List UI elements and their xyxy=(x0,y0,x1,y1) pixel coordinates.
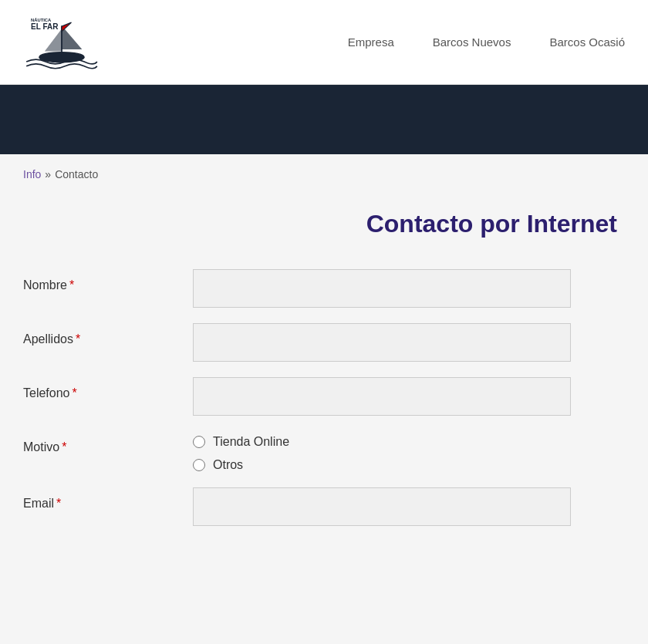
motivo-radio-tienda-online[interactable] xyxy=(193,436,205,448)
apellidos-label: Apellidos* xyxy=(23,323,193,346)
telefono-label: Telefono* xyxy=(23,377,193,400)
nombre-required-star: * xyxy=(69,278,74,292)
svg-text:EL FAR: EL FAR xyxy=(31,22,59,30)
motivo-radio-group: Tienda Online Otros xyxy=(193,431,571,472)
nav-item-barcos-ocasion[interactable]: Barcos Ocasió xyxy=(549,35,625,49)
nombre-row: Nombre* xyxy=(23,269,625,308)
motivo-radio-otros[interactable] xyxy=(193,459,205,471)
motivo-otros-label: Otros xyxy=(213,458,243,472)
nombre-input[interactable] xyxy=(193,269,571,308)
breadcrumb-separator: » xyxy=(45,168,51,180)
telefono-input[interactable] xyxy=(193,377,571,416)
nombre-label: Nombre* xyxy=(23,269,193,292)
breadcrumb: Info » Contacto xyxy=(0,154,648,194)
nav-menu: Empresa Barcos Nuevos Barcos Ocasió xyxy=(348,35,625,49)
logo-image: NÁUTICA EL FAR xyxy=(23,12,100,73)
main-content: Contacto por Internet Nombre* Apellidos*… xyxy=(0,194,648,572)
email-required-star: * xyxy=(56,497,61,510)
motivo-option-tienda-online[interactable]: Tienda Online xyxy=(193,435,571,449)
email-input[interactable] xyxy=(193,487,571,526)
motivo-option-otros[interactable]: Otros xyxy=(193,458,571,472)
logo-area: NÁUTICA EL FAR xyxy=(23,12,100,73)
motivo-label: Motivo* xyxy=(23,431,193,454)
svg-text:NÁUTICA: NÁUTICA xyxy=(31,17,52,22)
email-label: Email* xyxy=(23,487,193,511)
motivo-row: Motivo* Tienda Online Otros xyxy=(23,431,625,472)
nav-item-empresa[interactable]: Empresa xyxy=(348,35,394,49)
apellidos-required-star: * xyxy=(76,332,80,346)
apellidos-row: Apellidos* xyxy=(23,323,625,362)
telefono-row: Telefono* xyxy=(23,377,625,416)
email-row: Email* xyxy=(23,487,625,526)
header: NÁUTICA EL FAR Empresa Barcos Nuevos Bar… xyxy=(0,0,648,85)
nav-item-barcos-nuevos[interactable]: Barcos Nuevos xyxy=(433,35,511,49)
telefono-required-star: * xyxy=(73,386,77,400)
page-title: Contacto por Internet xyxy=(23,210,625,238)
breadcrumb-current: Contacto xyxy=(55,168,98,180)
dark-banner xyxy=(0,85,648,154)
motivo-tienda-online-label: Tienda Online xyxy=(213,435,289,449)
motivo-required-star: * xyxy=(62,440,66,453)
apellidos-input[interactable] xyxy=(193,323,571,362)
contact-form: Nombre* Apellidos* Telefono* Motivo* xyxy=(23,269,625,526)
breadcrumb-info-link[interactable]: Info xyxy=(23,168,41,180)
